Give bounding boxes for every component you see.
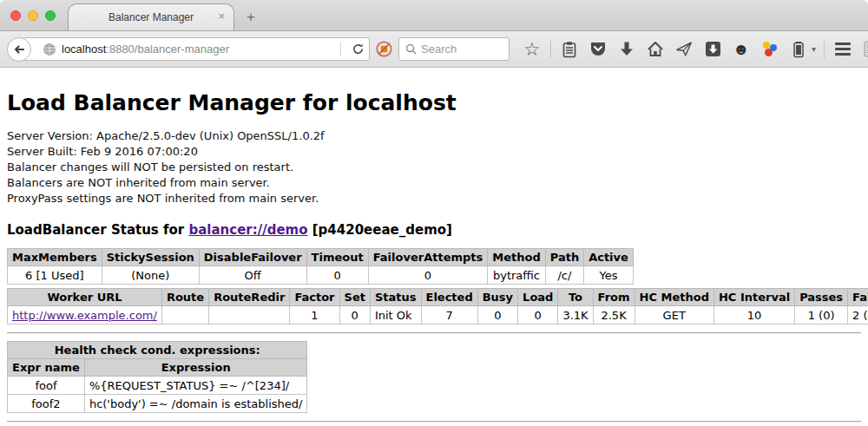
window-controls [10,10,56,21]
hamburger-icon [835,43,851,56]
zoom-window-button[interactable] [45,10,56,21]
column-header: Expression [84,359,307,377]
bookmark-star-button[interactable]: ☆ [522,39,542,60]
server-version-line: Server Version: Apache/2.5.0-dev (Unix) … [7,128,861,144]
table-cell: 1 (0) [795,306,848,324]
url-text[interactable]: localhost:8880/balancer-manager [62,43,335,56]
table-header-row: Expr name Expression [8,359,307,377]
smiley-addon-button[interactable]: ☻ [731,39,752,60]
expression-cell: hc('body') =~ /domain is established/ [84,395,307,413]
smiley-icon: ☻ [733,41,750,57]
colored-dots-icon [761,41,779,58]
colored-dots-addon-button[interactable] [760,39,780,60]
url-path: :8880/balancer-manager [106,43,229,56]
browser-window: Balancer Manager × + localhost:8880/bala… [0,0,868,426]
table-cell: Off [199,266,306,285]
heading-suffix: [p4420eeae_demo] [308,222,452,238]
pocket-button[interactable] [588,39,608,60]
urlbar-separator [340,42,341,56]
balancer-table: MaxMembers StickySession DisableFailover… [7,248,634,285]
column-header: Method [488,249,545,266]
table-cell: /c/ [545,266,583,285]
new-tab-button[interactable]: + [247,9,255,26]
column-header: Busy [477,289,517,306]
toolbar-separator [824,41,825,58]
table-cell: 0 [518,306,558,324]
table-cell: Yes [584,266,634,285]
column-header: StickySession [102,249,199,266]
worker-url-link[interactable]: http://www.example.com/ [12,309,157,322]
column-header: Passes [795,289,848,306]
toolbar-buttons: ☆ [522,39,868,60]
column-header: HC Method [635,289,713,306]
column-header: Load [518,289,558,306]
table-cell: 6 [1 Used] [8,266,102,285]
column-header: Fails [848,289,868,306]
battery-icon [792,41,805,58]
worker-table: Worker URL Route RouteRedir Factor Set S… [7,288,868,324]
table-cell: 7 [421,306,477,324]
balancer-demo-link[interactable]: balancer://demo [188,222,307,238]
search-input[interactable]: Search [398,37,510,61]
home-icon [647,41,664,57]
table-cell: 1 [290,306,339,324]
column-header: Path [545,249,583,266]
tab-groups-button[interactable] [861,39,868,60]
table-row: http://www.example.com/ 1 0 Init Ok 7 0 … [8,306,868,324]
blocked-badge-icon [375,40,393,58]
send-button[interactable] [674,39,694,60]
column-header: Active [584,249,634,266]
battery-addon-button[interactable] [788,39,809,60]
table-cell: GET [635,306,713,324]
reload-icon [352,43,365,56]
download-arrow-icon [619,41,635,57]
paper-plane-icon [675,41,693,57]
chevron-down-icon[interactable]: ▾ [812,44,816,54]
heading-prefix: LoadBalancer Status for [7,222,188,238]
addon-download-button[interactable] [702,39,723,60]
notice-line: ProxyPass settings are NOT inherited fro… [7,191,861,206]
clipboard-icon [562,41,577,58]
notice-line: Balancer changes will NOT be persisted o… [7,160,861,175]
column-header: Elected [421,289,477,306]
downloads-button[interactable] [616,39,637,60]
menu-button[interactable] [832,39,853,60]
back-button[interactable] [7,37,31,62]
column-header: MaxMembers [8,249,102,266]
boxed-download-icon [705,41,721,57]
column-header: To [558,289,593,306]
close-window-button[interactable] [10,10,21,21]
navigation-toolbar: localhost:8880/balancer-manager Search [0,31,868,68]
table-cell: 10 [713,306,794,324]
server-info: Server Version: Apache/2.5.0-dev (Unix) … [7,128,861,206]
expr-name-cell: foof2 [8,395,85,413]
column-header: Factor [290,289,339,306]
health-table-title: Health check cond. expressions: [8,342,307,359]
home-button[interactable] [645,39,666,60]
table-title-row: Health check cond. expressions: [8,342,307,359]
balancer-status-heading: LoadBalancer Status for balancer://demo … [7,222,861,238]
worker-status-cell: Init Ok [370,306,421,324]
tab-balancer-manager[interactable]: Balancer Manager × [68,3,234,30]
globe-icon [43,43,56,56]
expr-name-cell: foof [8,377,85,395]
column-header: From [593,289,635,306]
expression-cell: %{REQUEST_STATUS} =~ /^[234]/ [84,377,307,395]
worker-url-cell: http://www.example.com/ [8,306,162,324]
url-bar[interactable]: localhost:8880/balancer-manager [23,37,370,61]
table-cell: 0 [339,306,370,324]
table-cell: 3.1K [558,306,593,324]
clipboard-button[interactable] [559,39,580,60]
table-row: foof2 hc('body') =~ /domain is establish… [8,395,307,413]
column-header: DisableFailover [199,249,306,266]
notice-line: Balancers are NOT inherited from main se… [7,175,861,191]
minimize-window-button[interactable] [28,10,38,21]
table-cell [209,306,290,324]
toolbar-separator [550,41,551,58]
tab-close-icon[interactable]: × [218,10,225,23]
reload-button[interactable] [346,43,369,56]
column-header: Route [161,289,208,306]
content-blocked-icon[interactable] [375,40,393,58]
table-header-row: Worker URL Route RouteRedir Factor Set S… [8,289,868,306]
table-cell: bytraffic [488,266,545,285]
